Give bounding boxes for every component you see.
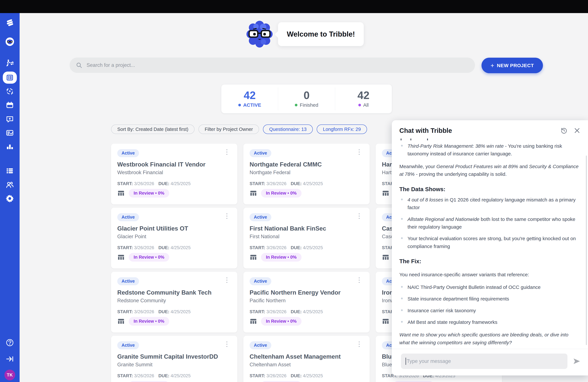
chat-text-segment: Want me to show you which specific quest…	[399, 332, 568, 345]
chat-bullet-item: Your technical evaluation scores are str…	[399, 235, 580, 250]
text-caret	[406, 358, 406, 365]
kebab-menu-icon[interactable]: ⋮	[355, 213, 363, 218]
project-client: Cheltenham Asset	[250, 362, 363, 368]
plus-icon: +	[490, 63, 494, 69]
logout-icon[interactable]	[5, 355, 14, 363]
list-rows-icon[interactable]	[5, 166, 14, 175]
bullet-dot-icon	[401, 309, 403, 311]
gear-icon[interactable]	[5, 194, 14, 203]
chat-paragraph: You need insurance-specific answer varia…	[399, 271, 580, 278]
project-stats: 42 ACTIVE 0 Finished 42 All	[221, 84, 392, 113]
tribble-mascot	[245, 19, 274, 49]
project-dates: START: 3/26/2026DUE: 4/25/2025	[250, 373, 363, 378]
project-status-badge: Active	[250, 277, 271, 285]
longform-rfx-chip[interactable]: Longform RFx: 29	[317, 125, 367, 134]
bar-chart-icon[interactable]	[5, 142, 14, 151]
history-icon	[560, 127, 568, 134]
kebab-menu-icon[interactable]: ⋮	[223, 277, 231, 282]
table-icon	[382, 190, 389, 197]
calendar-icon[interactable]	[5, 101, 14, 109]
finished-dot	[295, 104, 297, 106]
new-project-button[interactable]: + NEW PROJECT	[482, 58, 543, 73]
help-icon[interactable]	[5, 338, 14, 347]
project-title: Northgate Federal CMMC	[250, 161, 363, 168]
chat-sparkle-icon[interactable]	[5, 115, 14, 124]
project-status-badge: Active	[117, 149, 139, 157]
user-avatar[interactable]: TK	[4, 370, 15, 380]
kebab-menu-icon[interactable]: ⋮	[223, 341, 231, 347]
project-client: Redstone Community	[117, 298, 231, 304]
project-card[interactable]: Active⋮Pacific Northern Energy VendorPac…	[243, 272, 370, 333]
clipped-text-fragment	[399, 138, 580, 141]
send-button[interactable]	[572, 357, 581, 365]
bullet-dot-icon	[401, 198, 403, 200]
bullet-dot-icon	[401, 218, 403, 220]
project-card[interactable]: Active⋮Westbrook Financial IT VendorWest…	[111, 144, 237, 204]
project-card[interactable]: Active⋮Glacier Point Utilities OTGlacier…	[111, 208, 237, 268]
chat-paragraph: Meanwhile, your General Product Features…	[399, 163, 580, 178]
list-check-icon[interactable]	[5, 128, 14, 137]
sidebar: TK	[0, 13, 20, 382]
project-card[interactable]: Active⋮Cheltenham Asset ManagementChelte…	[243, 336, 370, 382]
stat-all[interactable]: 42 All	[335, 87, 392, 110]
project-status-badge: Active	[117, 341, 139, 349]
new-project-label: NEW PROJECT	[497, 63, 534, 68]
people-icon[interactable]	[5, 180, 14, 189]
project-title: Glacier Point Utilities OT	[117, 225, 231, 232]
project-dates: START: 3/26/2026DUE: 4/25/2025	[250, 309, 363, 314]
chat-bullet-list: Third-Party Risk Management: 38% win rat…	[399, 142, 580, 158]
stat-active[interactable]: 42 ACTIVE	[221, 87, 278, 110]
kebab-menu-icon[interactable]: ⋮	[355, 341, 363, 347]
chat-text-segment: Insurance carrier risk taxonomy	[407, 308, 476, 313]
chat-text-segment: Meanwhile, your	[399, 164, 436, 169]
project-title: Cheltenham Asset Management	[250, 353, 363, 360]
welcome-text: Welcome to Tribble!	[287, 30, 355, 38]
project-title: Westbrook Financial IT Vendor	[117, 161, 231, 168]
chat-text-segment: NAIC Third-Party Oversight Bulletin inst…	[407, 284, 541, 290]
chat-close-button[interactable]	[573, 127, 581, 134]
project-search[interactable]	[70, 58, 475, 73]
kebab-menu-icon[interactable]: ⋮	[223, 149, 231, 154]
chat-message-input[interactable]	[407, 358, 563, 364]
walking-handoff-icon[interactable]	[5, 59, 14, 68]
bullet-dot-icon	[401, 321, 403, 323]
project-status-badge: Active	[117, 213, 139, 221]
owner-filter-chip[interactable]: Filter by Project Owner	[198, 125, 259, 134]
chat-scrollbar[interactable]	[586, 156, 587, 345]
project-client: Glacier Point	[117, 234, 231, 239]
project-dates: START: 3/26/2026DUE: 4/25/2025	[117, 309, 231, 314]
project-progress-row: In Review • 0%	[250, 317, 363, 326]
stat-finished[interactable]: 0 Finished	[278, 87, 335, 110]
project-dates: START: 3/26/2026DUE: 4/25/2025	[117, 245, 231, 250]
table-icon	[382, 254, 389, 261]
mascot-avatar-icon[interactable]	[5, 37, 14, 46]
sync-sparkle-icon[interactable]	[5, 87, 14, 96]
kebab-menu-icon[interactable]: ⋮	[355, 149, 363, 154]
chat-bullet-item: Insurance carrier risk taxonomy	[399, 307, 580, 314]
chat-blocks: Third-Party Risk Management: 38% win rat…	[399, 142, 580, 346]
table-icon	[117, 254, 125, 261]
kebab-menu-icon[interactable]: ⋮	[223, 213, 231, 218]
card-top-row: Active⋮	[250, 149, 363, 157]
sidebar-item-projects-active[interactable]	[3, 72, 17, 84]
project-title: Redstone Community Bank Tech	[117, 289, 231, 296]
project-card[interactable]: Active⋮First National Bank FinSecFirst N…	[243, 208, 370, 268]
questionnaire-chip[interactable]: Questionnaire: 13	[263, 125, 313, 134]
filter-bar: Sort By: Created Date (latest first) Fil…	[111, 125, 367, 134]
chat-text-segment: Your technical evaluation scores are str…	[407, 236, 576, 249]
chat-message-body[interactable]: Third-Party Risk Management: 38% win rat…	[392, 136, 588, 349]
search-input[interactable]	[86, 62, 469, 68]
chat-bullet-list: NAIC Third-Party Oversight Bulletin inst…	[399, 283, 580, 326]
chat-text-segment: AM Best and state regulatory frameworks	[407, 319, 497, 325]
project-card[interactable]: Active⋮Redstone Community Bank TechRedst…	[111, 272, 237, 333]
project-card[interactable]: Active⋮Northgate Federal CMMCNorthgate F…	[243, 144, 370, 204]
chat-text-segment: Third-Party Risk Management: 38% win rat…	[407, 143, 504, 149]
chat-input-wrap[interactable]	[401, 354, 567, 369]
review-progress-badge: In Review • 0%	[129, 253, 169, 262]
kebab-menu-icon[interactable]: ⋮	[355, 277, 363, 282]
project-card[interactable]: Active⋮Granite Summit Capital InvestorDD…	[111, 336, 237, 382]
project-progress-row: In Review • 0%	[117, 189, 231, 197]
tribble-logo-icon[interactable]	[5, 18, 14, 27]
sort-chip[interactable]: Sort By: Created Date (latest first)	[111, 125, 194, 134]
chat-history-button[interactable]	[560, 127, 568, 134]
